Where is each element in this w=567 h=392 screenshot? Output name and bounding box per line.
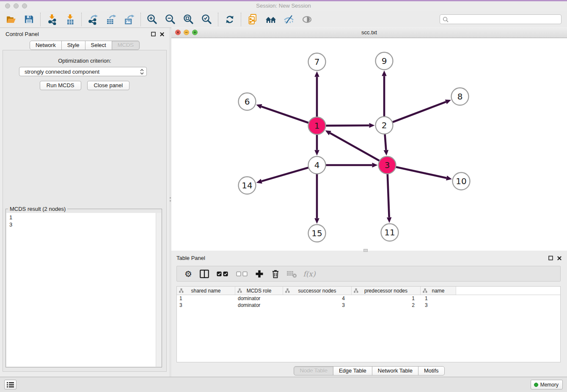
copy-network-button[interactable] [243,12,261,27]
table-cell: 2 [352,302,421,308]
zoom-in-button[interactable] [143,12,161,27]
graph-node-label: 9 [382,56,387,66]
control-panel: Control Panel NetworkStyleSelectMCDS Opt… [0,28,169,377]
graph-node-label: 15 [311,228,322,238]
control-panel-float-button[interactable] [151,31,156,37]
edge-arrowhead [387,217,392,223]
edge-arrowhead [314,150,319,156]
run-mcds-button[interactable]: Run MCDS [40,81,81,90]
houses-icon [265,14,277,25]
network-window-title: scc.txt [171,27,567,38]
zoom-selected-button[interactable] [198,12,216,27]
mcds-panel: Optimization criterion: strongly connect… [3,50,167,372]
save-session-button[interactable] [20,12,38,27]
open-session-button[interactable] [2,12,20,27]
add-column-button[interactable] [251,268,267,280]
import-table-button[interactable] [61,12,79,27]
hide-eye-button[interactable] [280,12,298,27]
network-window-titlebar[interactable]: scc.txt [171,27,567,38]
table-row[interactable]: 3dominator323 [177,302,560,309]
tab-motifs[interactable]: Motifs [418,366,445,375]
tab-node-table[interactable]: Node Table [294,366,333,375]
window-zoom-button[interactable] [22,3,27,8]
toolbar-separator [241,13,241,26]
control-panel-close-button[interactable] [159,31,165,37]
edge-3-1[interactable] [330,133,387,165]
zoom-selected-icon [201,14,212,25]
table-panel-close-button[interactable] [556,255,562,261]
zoom-out-button[interactable] [161,12,179,27]
export-network-button[interactable] [84,12,102,27]
edge-arrowhead [384,150,389,155]
split-columns-button[interactable] [196,268,212,280]
result-scrollbar[interactable] [156,213,161,367]
titlebar: Session: New Session [0,0,567,11]
window-controls [5,3,27,8]
tab-style[interactable]: Style [61,41,85,50]
table-settings-button[interactable]: ⚙ [180,268,196,280]
export-table-icon [105,14,117,25]
tab-select[interactable]: Select [85,41,112,50]
column-header-label: predecessor nodes [364,288,407,294]
tree-view-icon [423,288,427,294]
network-close-button[interactable] [175,30,181,35]
criterion-dropdown[interactable]: strongly connected component [19,67,147,76]
export-network-icon [87,14,99,25]
mcds-result-lines: 1 3 [9,214,12,228]
window-minimize-button[interactable] [14,3,19,8]
folder-open-icon [6,14,17,25]
unchecked-boxes-icon [236,271,248,276]
edge-arrowhead [256,179,262,184]
close-glyph-icon [176,31,179,34]
table-panel-float-button[interactable] [548,255,553,261]
table-row[interactable]: 1dominator411 [177,295,560,302]
application-window: Session: New Session [0,0,567,392]
network-minimize-button[interactable] [184,30,189,35]
task-history-button[interactable] [4,380,17,389]
network-window: scc.txt 1234678910111415 [171,27,567,251]
split-columns-icon [200,270,209,278]
table-panel-title: Table Panel [176,255,205,261]
search-input[interactable] [450,15,561,24]
network-window-controls [175,30,198,35]
network-canvas[interactable]: 1234678910111415 [171,38,567,251]
graph-node-label: 8 [457,91,463,102]
export-table-button[interactable] [102,12,120,27]
column-header-MCDS-role[interactable]: MCDS role [235,287,283,295]
tree-view-icon [354,288,358,294]
window-close-button[interactable] [5,3,10,8]
zoom-out-icon [165,14,176,25]
tab-network-table[interactable]: Network Table [372,366,418,375]
show-eye-button[interactable] [298,12,316,27]
table-cell: 3 [283,302,352,308]
deselect-all-columns-button[interactable] [232,268,251,280]
column-header-shared-name[interactable]: shared name [177,287,235,295]
import-network-button[interactable] [43,12,61,27]
tab-network[interactable]: Network [30,41,62,50]
network-zoom-button[interactable] [192,30,198,35]
tab-edge-table[interactable]: Edge Table [333,366,372,375]
gear-icon: ⚙ [184,270,192,278]
tab-mcds[interactable]: MCDS [112,41,140,50]
delete-column-button[interactable] [267,268,284,280]
horizontal-splitter-handle[interactable] [363,249,368,252]
export-image-button[interactable] [120,12,138,27]
edge-2-8[interactable] [384,102,446,125]
select-all-columns-button[interactable] [212,268,232,280]
column-header-predecessor-nodes[interactable]: predecessor nodes [352,287,421,295]
mcds-result-area[interactable]: 1 3 [6,213,161,367]
close-panel-button[interactable]: Close panel [87,81,130,90]
table-panel-tabs: Node TableEdge TableNetwork TableMotifs [171,366,567,375]
refresh-button[interactable] [220,12,239,27]
control-panel-title: Control Panel [6,31,39,37]
zoom-fit-button[interactable] [179,12,198,27]
import-network-icon [47,14,58,25]
column-header-name[interactable]: name [421,287,456,295]
function-builder-button[interactable]: f(x) [300,268,319,280]
edge-arrowhead [314,72,319,77]
memory-button[interactable]: Memory [531,380,563,389]
houses-button[interactable] [261,12,280,27]
column-header-successor-nodes[interactable]: successor nodes [283,287,352,295]
delete-table-button[interactable] [284,268,300,280]
network-graph: 1234678910111415 [171,38,567,251]
